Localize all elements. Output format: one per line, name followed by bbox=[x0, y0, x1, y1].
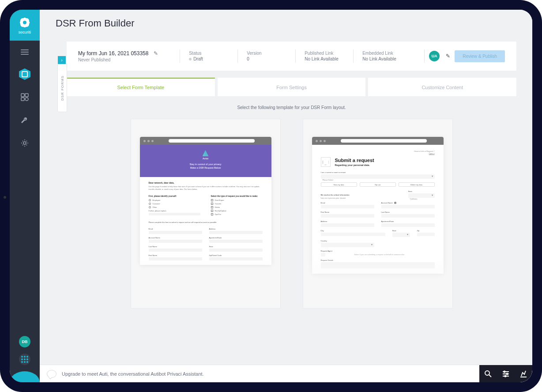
page-title: DSR From Builder bbox=[56, 18, 516, 29]
side-tab-label: DSR FORMS bbox=[60, 75, 64, 101]
template-card-1[interactable]: Avisia Stay in control of your privacy M… bbox=[131, 119, 281, 309]
divider bbox=[237, 49, 238, 63]
template-card-2[interactable]: I have a Link or Request # Open it Submi… bbox=[303, 119, 453, 309]
builder-tabs: Select Form Template Form Settings Custo… bbox=[67, 78, 516, 96]
edit-pencil-icon[interactable]: ✎ bbox=[154, 50, 158, 57]
template-2-preview: I have a Link or Request # Open it Submi… bbox=[312, 137, 444, 274]
build-icon[interactable] bbox=[515, 365, 532, 383]
version-value: 0 bbox=[247, 57, 286, 61]
side-panel-tab[interactable]: › DSR FORMS bbox=[57, 64, 67, 112]
divider bbox=[295, 49, 296, 63]
svg-point-10 bbox=[23, 142, 26, 144]
t1-instruction: Please complete this form to submit a re… bbox=[149, 221, 263, 223]
bottom-actions bbox=[479, 365, 532, 383]
template-hint: Select the following template for your D… bbox=[67, 105, 516, 110]
t1-hero-line2: Make a DSR Request Below bbox=[140, 166, 271, 170]
sidebar: securiti DB bbox=[10, 10, 40, 382]
t2-subtitle: Regarding your personal data. bbox=[335, 164, 374, 166]
form-name: My form Jun 16, 2021 053358 bbox=[78, 50, 148, 57]
template-1-preview: Avisia Stay in control of your privacy M… bbox=[140, 137, 271, 265]
menu-toggle-icon[interactable] bbox=[21, 49, 29, 55]
securiti-logo-icon bbox=[19, 16, 31, 29]
status-dot-icon bbox=[189, 58, 192, 60]
content-wrap: › DSR FORMS My form Jun 16, 2021 053358 … bbox=[40, 37, 532, 382]
chevron-right-icon[interactable]: › bbox=[58, 56, 66, 64]
svg-point-14 bbox=[505, 375, 506, 377]
version-block: Version 0 bbox=[247, 51, 286, 61]
editor-avatar[interactable]: UA bbox=[429, 51, 440, 61]
main-content: DSR From Builder › DSR FORMS My form Jun… bbox=[40, 10, 532, 382]
divider bbox=[424, 49, 425, 63]
t1-brand: Avisia bbox=[203, 157, 208, 160]
form-info-bar: My form Jun 16, 2021 053358 ✎ Never Publ… bbox=[67, 41, 516, 71]
nav-item-wrench[interactable] bbox=[19, 114, 31, 126]
svg-point-13 bbox=[507, 373, 508, 374]
content: My form Jun 16, 2021 053358 ✎ Never Publ… bbox=[67, 41, 516, 382]
svg-rect-7 bbox=[25, 94, 28, 97]
template-area: Select the following template for your D… bbox=[67, 96, 516, 382]
nav-icons bbox=[19, 68, 31, 149]
t1-section-title: Dear network, dear data, bbox=[149, 181, 263, 184]
app-screen: securiti DB bbox=[10, 10, 532, 382]
embedded-link-label: Embedded Link bbox=[362, 51, 415, 56]
assistant-bar: Upgrade to meet Auti, the conversational… bbox=[40, 365, 532, 382]
app-launcher-icon[interactable] bbox=[19, 354, 30, 365]
assistant-text: Upgrade to meet Auti, the conversational… bbox=[62, 371, 204, 377]
published-link-label: Published Link bbox=[305, 51, 344, 56]
t2-select: Please Select bbox=[321, 174, 435, 179]
svg-rect-2 bbox=[24, 18, 26, 19]
publish-button[interactable]: Review & Publish bbox=[455, 50, 505, 62]
info-bar-actions: UA ✎ Review & Publish bbox=[424, 49, 505, 63]
info-icon: i bbox=[394, 202, 396, 204]
template-grid: Avisia Stay in control of your privacy M… bbox=[67, 119, 516, 309]
t1-col2-title: Select the type of request you would lik… bbox=[211, 195, 263, 197]
brand-logo[interactable]: securiti bbox=[10, 10, 40, 41]
svg-rect-3 bbox=[24, 26, 26, 27]
status-label: Status bbox=[189, 51, 229, 56]
chat-bubble-icon[interactable] bbox=[47, 370, 56, 378]
search-icon[interactable] bbox=[479, 365, 497, 383]
svg-point-12 bbox=[504, 371, 505, 372]
browser-chrome bbox=[312, 137, 444, 145]
published-link-block: Published Link No Link Available bbox=[305, 51, 344, 61]
embedded-link-value: No Link Available bbox=[362, 57, 415, 61]
t1-hero: Avisia Stay in control of your privacy M… bbox=[140, 145, 271, 177]
embedded-link-block: Embedded Link No Link Available bbox=[362, 51, 415, 61]
published-link-value: No Link Available bbox=[305, 57, 344, 61]
svg-point-9 bbox=[25, 98, 28, 101]
status-block: Status Draft bbox=[189, 51, 229, 61]
brand-name: securiti bbox=[19, 30, 31, 34]
avisia-logo-icon bbox=[203, 150, 209, 156]
svg-point-1 bbox=[23, 21, 26, 24]
browser-chrome bbox=[140, 137, 271, 145]
form-publish-status: Never Published bbox=[78, 57, 158, 62]
divider bbox=[180, 49, 180, 63]
sidebar-bottom: DB bbox=[10, 336, 40, 378]
sidebar-wave-decoration bbox=[10, 371, 40, 382]
nav-item-cube[interactable] bbox=[19, 68, 31, 80]
nav-item-gear[interactable] bbox=[19, 137, 31, 149]
tab-customize-content[interactable]: Customize Content bbox=[368, 78, 516, 96]
svg-point-11 bbox=[485, 371, 489, 375]
t2-logo-icon bbox=[321, 157, 331, 167]
svg-rect-8 bbox=[21, 98, 24, 101]
page-header: DSR From Builder bbox=[40, 10, 532, 37]
sliders-icon[interactable] bbox=[497, 365, 515, 383]
status-value: Draft bbox=[193, 57, 203, 61]
t1-hero-line1: Stay in control of your privacy bbox=[140, 162, 271, 166]
version-label: Version bbox=[247, 51, 286, 56]
svg-rect-6 bbox=[21, 94, 24, 97]
t1-col1-title: First, please identify yourself: bbox=[149, 195, 200, 197]
device-frame: securiti DB bbox=[0, 0, 542, 392]
edit-form-icon[interactable]: ✎ bbox=[446, 53, 450, 59]
divider bbox=[353, 49, 354, 63]
svg-rect-4 bbox=[20, 22, 22, 23]
t2-title: Submit a request bbox=[335, 158, 374, 163]
form-name-block: My form Jun 16, 2021 053358 ✎ Never Publ… bbox=[78, 50, 171, 62]
user-avatar[interactable]: DB bbox=[19, 336, 30, 347]
t1-section-desc: Use this page if needed to help those th… bbox=[149, 185, 263, 191]
tab-form-settings[interactable]: Form Settings bbox=[218, 78, 366, 96]
tab-select-template[interactable]: Select Form Template bbox=[67, 78, 215, 96]
nav-item-dashboard[interactable] bbox=[19, 91, 31, 103]
svg-rect-5 bbox=[28, 22, 30, 23]
